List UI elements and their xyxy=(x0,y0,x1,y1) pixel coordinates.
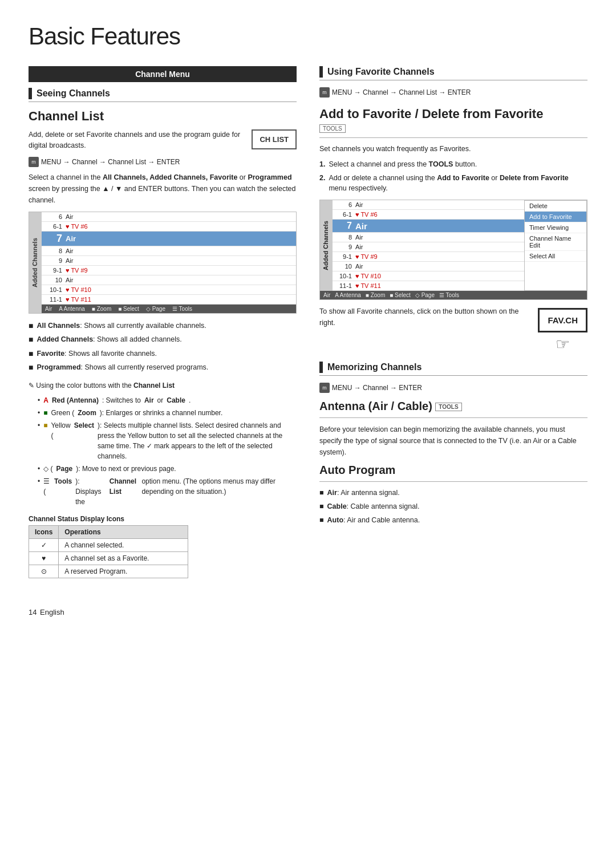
ch-row-highlighted: 7 Air xyxy=(42,232,296,246)
fav-description: Set channels you watch frequently as Fav… xyxy=(319,144,587,155)
bullet-icon: ■ xyxy=(319,488,324,498)
menu-icon: m xyxy=(29,157,39,167)
fav-ch-row: 9 Air xyxy=(333,242,524,252)
fav-ch-row: 9-1 ♥ TV #9 xyxy=(333,252,524,262)
ch-num: 9-1 xyxy=(45,267,62,274)
channel-list-mockup: Added Channels 6 Air 6-1 ♥ TV #6 7 Air 8 xyxy=(29,212,297,314)
fav-step-2: 2. Add or delete a channel using the Add… xyxy=(319,173,587,194)
auto-program-cable: ■ Cable: Cable antenna signal. xyxy=(319,501,587,512)
bullet-text: Added Channels: Shows all added channels… xyxy=(37,334,181,345)
ch-num: 8 xyxy=(45,248,62,254)
status-table-title: Channel Status Display Icons xyxy=(29,515,297,523)
channel-list-menu-path: m MENU → Channel → Channel List → ENTER xyxy=(29,157,297,167)
fav-context-menu: Delete Add to Favorite Timer Viewing Cha… xyxy=(524,200,587,291)
seeing-channels-title: Seeing Channels xyxy=(37,88,110,99)
select-info: Select a channel in the All Channels, Ad… xyxy=(29,172,297,206)
ch-num: 10 xyxy=(45,277,62,283)
auto-program-list: ■ Air: Air antenna signal. ■ Cable: Cabl… xyxy=(319,488,587,525)
add-fav-title: Add to Favorite / Delete from Favorite xyxy=(319,107,543,121)
table-row: ⊙ A reserved Program. xyxy=(29,565,188,578)
bullet-text: All Channels: Shows all currently availa… xyxy=(37,320,206,331)
ch-name: Air xyxy=(66,234,293,243)
fav-ch-row: 8 Air xyxy=(333,233,524,242)
ctx-select-all[interactable]: Select All xyxy=(525,251,586,262)
fav-sidebar-label: Added Channels xyxy=(320,200,333,291)
page-number: 14 English xyxy=(29,604,587,618)
sub-bullet-list: A Red (Antenna): Switches to Air or Cabl… xyxy=(38,395,297,507)
ch-num: 6-1 xyxy=(45,223,62,230)
section-accent xyxy=(319,66,323,78)
ch-num: 6 xyxy=(45,213,62,220)
ch-name: Air xyxy=(66,213,293,220)
ch-num: 7 xyxy=(45,233,62,245)
menu-icon: m xyxy=(319,87,330,98)
step-num: 2. xyxy=(319,173,325,194)
section-accent xyxy=(29,88,32,99)
ch-num: 10-1 xyxy=(45,286,62,293)
bullet-added-channels: ■ Added Channels: Shows all added channe… xyxy=(29,334,297,346)
ch-row: 8 Air xyxy=(42,246,296,256)
bullet-icon: ■ xyxy=(29,362,33,374)
page-title: Basic Features xyxy=(29,23,587,50)
menu-path-text: MENU → Channel → Channel List → ENTER xyxy=(332,88,471,96)
step-text: Add or delete a channel using the Add to… xyxy=(329,173,587,194)
ch-row: 6 Air xyxy=(42,212,296,222)
auto-program-auto-text: Auto: Air and Cable antenna. xyxy=(327,515,420,526)
ch-name: ♥ TV #6 xyxy=(66,223,293,230)
ch-row: 6-1 ♥ TV #6 xyxy=(42,222,296,232)
status-icon-check: ✓ xyxy=(29,538,59,551)
channel-type-list: ■ All Channels: Shows all currently avai… xyxy=(29,320,297,374)
status-op-check: A channel selected. xyxy=(59,538,188,551)
auto-program-title: Auto Program xyxy=(319,464,587,477)
ctx-add-to-favorite[interactable]: Add to Favorite xyxy=(525,212,586,222)
ch-row: 10 Air xyxy=(42,275,296,285)
sub-bullet-yellow: ■ Yellow (Select): Selects multiple chan… xyxy=(38,420,297,461)
antenna-tools-badge: TOOLS xyxy=(435,403,461,411)
status-table: Icons Operations ✓ A channel selected. ♥… xyxy=(29,525,188,578)
ch-status-bar: AirA Antenna■ Zoom■ Select◇ Page☰ Tools xyxy=(42,305,296,313)
bullet-all-channels: ■ All Channels: Shows all currently avai… xyxy=(29,320,297,332)
bullet-text: Favorite: Shows all favorite channels. xyxy=(37,348,157,359)
fav-ch-status-bar: AirA Antenna■ Zoom■ Select◇ Page☰ Tools xyxy=(320,291,587,299)
bullet-icon: ■ xyxy=(29,320,33,332)
status-icon-reserved: ⊙ xyxy=(29,565,59,578)
memorizing-title: Memorizing Channels xyxy=(327,362,422,372)
sub-bullet-tools: ☰ (Tools): Displays the Channel List opt… xyxy=(38,476,297,507)
fav-ch-row-highlighted: 7 Air xyxy=(333,220,524,233)
ch-list-button[interactable]: CH LIST xyxy=(252,129,297,149)
channel-list-desc-text: Add, delete or set Favorite channels and… xyxy=(29,129,244,151)
bullet-favorite: ■ Favorite: Shows all favorite channels. xyxy=(29,348,297,360)
fav-list-mockup: Added Channels 6 Air 6-1 ♥ TV #6 7 Air xyxy=(319,200,587,300)
fav-ch-row: 10-1 ♥ TV #10 xyxy=(333,271,524,281)
memorizing-menu-path: m MENU → Channel → ENTER xyxy=(319,383,587,393)
section-accent xyxy=(319,362,323,373)
ctx-delete[interactable]: Delete xyxy=(525,201,586,212)
fav-ch-button[interactable]: FAV.CH xyxy=(538,308,587,332)
bullet-icon: ■ xyxy=(319,515,324,526)
ch-name: Air xyxy=(66,248,293,254)
bullet-text: Programmed: Shows all currently reserved… xyxy=(37,362,208,373)
sub-bullet-green: ■ Green (Zoom): Enlarges or shrinks a ch… xyxy=(38,408,297,418)
ch-row: 10-1 ♥ TV #10 xyxy=(42,285,296,295)
status-table-header-icons: Icons xyxy=(29,525,59,538)
fav-ch-row: 6 Air xyxy=(333,200,524,210)
right-column: Using Favorite Channels m MENU → Channel… xyxy=(319,66,587,587)
fav-ch-table: 6 Air 6-1 ♥ TV #6 7 Air 8 xyxy=(333,200,524,291)
auto-program-air-text: Air: Air antenna signal. xyxy=(327,488,400,498)
bullet-icon: ■ xyxy=(29,348,33,360)
table-row: ✓ A channel selected. xyxy=(29,538,188,551)
status-op-heart: A channel set as a Favorite. xyxy=(59,551,188,565)
note-section: ✎ Using the color buttons with the Chann… xyxy=(29,380,297,391)
status-icon-heart: ♥ xyxy=(29,551,59,565)
ch-name: ♥ TV #9 xyxy=(66,267,293,274)
fav-ch-row: 11-1 ♥ TV #11 xyxy=(333,281,524,291)
auto-program-cable-text: Cable: Cable antenna signal. xyxy=(327,501,420,512)
bullet-programmed: ■ Programmed: Shows all currently reserv… xyxy=(29,362,297,374)
ctx-timer-viewing[interactable]: Timer Viewing xyxy=(525,222,586,233)
antenna-title: Antenna (Air / Cable) TOOLS xyxy=(319,400,587,413)
section-divider xyxy=(319,481,587,482)
antenna-desc: Before your television can begin memoriz… xyxy=(319,424,587,458)
ctx-channel-name-edit[interactable]: Channel Name Edit xyxy=(525,233,586,251)
mem-path-text: MENU → Channel → ENTER xyxy=(332,384,422,392)
sub-bullet-red: A Red (Antenna): Switches to Air or Cabl… xyxy=(38,395,297,405)
